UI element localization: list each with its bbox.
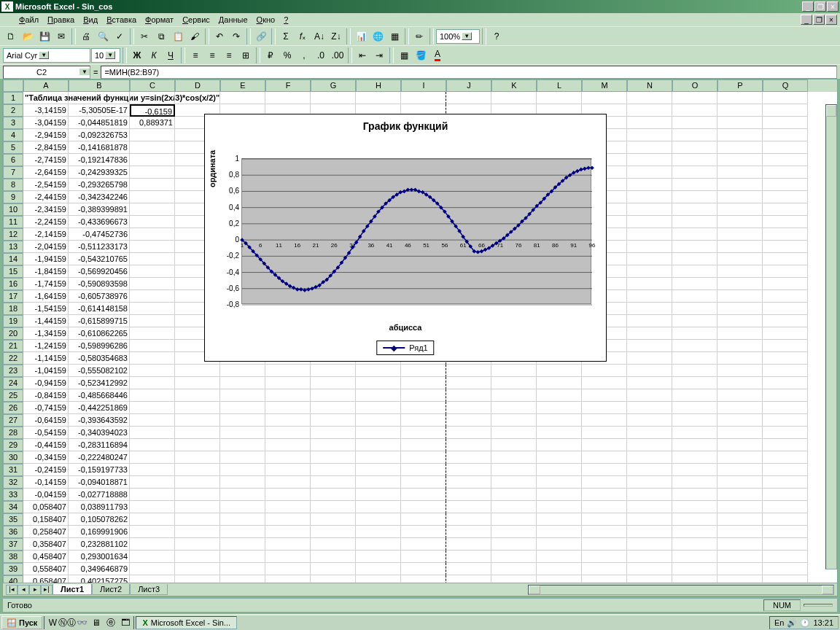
cell[interactable] bbox=[763, 365, 808, 377]
cell[interactable] bbox=[672, 315, 718, 327]
cell[interactable] bbox=[672, 241, 718, 253]
row-header-3[interactable]: 3 bbox=[3, 117, 23, 129]
cell[interactable] bbox=[175, 501, 220, 513]
cell[interactable]: 0,558407 bbox=[23, 563, 69, 575]
cell[interactable] bbox=[627, 526, 672, 538]
cell[interactable]: -5,30505E-17 bbox=[69, 104, 130, 117]
help-icon[interactable]: ? bbox=[489, 28, 505, 44]
italic-icon[interactable]: К bbox=[146, 47, 162, 63]
cell[interactable] bbox=[627, 439, 672, 451]
cell[interactable] bbox=[175, 389, 220, 402]
cell[interactable] bbox=[627, 253, 672, 265]
cell[interactable] bbox=[537, 377, 582, 389]
cell[interactable] bbox=[672, 104, 718, 117]
cell[interactable]: -0,293265798 bbox=[69, 179, 130, 191]
cell[interactable] bbox=[627, 166, 672, 179]
quick-word-icon[interactable]: W bbox=[46, 616, 59, 629]
bold-icon[interactable]: Ж bbox=[129, 47, 145, 63]
cell[interactable]: -0,14159 bbox=[23, 476, 69, 489]
cell[interactable] bbox=[672, 290, 718, 303]
cell[interactable] bbox=[718, 352, 763, 365]
cell[interactable] bbox=[265, 92, 311, 104]
menu-Файл[interactable]: Файл bbox=[15, 15, 43, 25]
cell[interactable] bbox=[627, 129, 672, 141]
cell[interactable]: 0,349646879 bbox=[69, 563, 130, 575]
cell[interactable] bbox=[718, 278, 763, 290]
cut-icon[interactable]: ✂ bbox=[136, 28, 152, 44]
cell[interactable] bbox=[311, 563, 356, 575]
cell[interactable] bbox=[491, 575, 537, 583]
row-header-36[interactable]: 36 bbox=[3, 526, 23, 538]
row-header-17[interactable]: 17 bbox=[3, 290, 23, 303]
cell[interactable] bbox=[718, 92, 763, 104]
cell[interactable] bbox=[130, 464, 175, 476]
cell[interactable] bbox=[401, 513, 446, 526]
cell[interactable]: 0,158407 bbox=[23, 513, 69, 526]
cell[interactable] bbox=[356, 551, 401, 563]
cell[interactable] bbox=[265, 501, 311, 513]
cell[interactable] bbox=[582, 389, 627, 402]
cell[interactable] bbox=[356, 476, 401, 489]
save-icon[interactable]: 💾 bbox=[36, 28, 52, 44]
cell[interactable] bbox=[356, 538, 401, 551]
row-header-27[interactable]: 27 bbox=[3, 414, 23, 427]
minimize-button[interactable]: _ bbox=[802, 1, 814, 12]
align-right-icon[interactable]: ≡ bbox=[221, 47, 237, 63]
cell[interactable] bbox=[220, 464, 265, 476]
col-header-E[interactable]: E bbox=[220, 79, 265, 92]
cell[interactable] bbox=[763, 129, 808, 141]
cell[interactable] bbox=[356, 489, 401, 501]
cell[interactable]: -2,84159 bbox=[23, 141, 69, 154]
cell[interactable] bbox=[627, 179, 672, 191]
cell[interactable]: -0,34159 bbox=[23, 451, 69, 464]
cell[interactable] bbox=[627, 290, 672, 303]
col-header-B[interactable]: B bbox=[69, 79, 130, 92]
cell[interactable] bbox=[175, 476, 220, 489]
col-header-J[interactable]: J bbox=[446, 79, 491, 92]
cell[interactable] bbox=[718, 451, 763, 464]
cell[interactable] bbox=[537, 414, 582, 427]
cell[interactable] bbox=[672, 414, 718, 427]
cell[interactable] bbox=[130, 253, 175, 265]
cell[interactable] bbox=[537, 538, 582, 551]
cell[interactable] bbox=[491, 427, 537, 439]
cell[interactable] bbox=[356, 575, 401, 583]
cell[interactable] bbox=[220, 513, 265, 526]
cell[interactable] bbox=[718, 327, 763, 340]
cell[interactable] bbox=[130, 489, 175, 501]
cell[interactable] bbox=[537, 92, 582, 104]
cell[interactable]: -2,24159 bbox=[23, 216, 69, 228]
cell[interactable] bbox=[220, 92, 265, 104]
cell[interactable] bbox=[401, 377, 446, 389]
col-header-N[interactable]: N bbox=[627, 79, 672, 92]
cell[interactable] bbox=[763, 92, 808, 104]
cell[interactable] bbox=[763, 340, 808, 352]
mail-icon[interactable]: ✉ bbox=[53, 28, 69, 44]
cell[interactable] bbox=[718, 166, 763, 179]
row-header-7[interactable]: 7 bbox=[3, 166, 23, 179]
cell[interactable] bbox=[401, 476, 446, 489]
cell[interactable] bbox=[130, 241, 175, 253]
cell[interactable] bbox=[491, 439, 537, 451]
cell[interactable] bbox=[718, 389, 763, 402]
row-header-21[interactable]: 21 bbox=[3, 340, 23, 352]
cell[interactable] bbox=[672, 538, 718, 551]
cell[interactable] bbox=[130, 575, 175, 583]
cell[interactable] bbox=[130, 179, 175, 191]
cell[interactable] bbox=[627, 340, 672, 352]
cell[interactable] bbox=[311, 464, 356, 476]
cell[interactable] bbox=[130, 203, 175, 216]
cell[interactable]: -0,580354683 bbox=[69, 352, 130, 365]
cell[interactable] bbox=[763, 551, 808, 563]
cell[interactable] bbox=[175, 575, 220, 583]
cell[interactable]: -1,24159 bbox=[23, 340, 69, 352]
cell[interactable]: -1,04159 bbox=[23, 365, 69, 377]
row-header-28[interactable]: 28 bbox=[3, 427, 23, 439]
cell[interactable]: -0,84159 bbox=[23, 389, 69, 402]
dec-indent-icon[interactable]: ⇤ bbox=[354, 47, 370, 63]
cell[interactable] bbox=[672, 253, 718, 265]
cell[interactable] bbox=[627, 104, 672, 117]
row-header-32[interactable]: 32 bbox=[3, 476, 23, 489]
menu-?[interactable]: ? bbox=[279, 15, 292, 25]
formula-input[interactable]: =МИН(B2:B97) bbox=[101, 66, 837, 79]
